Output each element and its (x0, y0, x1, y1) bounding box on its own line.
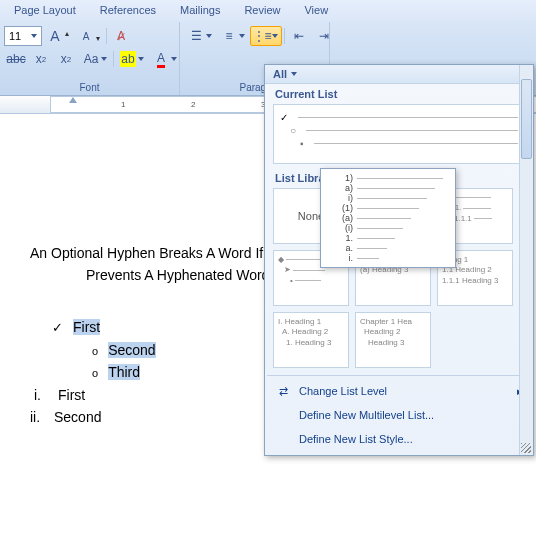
resize-grip-icon[interactable] (521, 443, 531, 453)
font-group-label: Font (4, 81, 175, 93)
tab-mailings[interactable]: Mailings (180, 2, 220, 20)
font-color-button[interactable]: A (149, 49, 181, 69)
tab-page-layout[interactable]: Page Layout (14, 2, 76, 20)
superscript-button[interactable]: x2 (54, 49, 78, 69)
numbering-button[interactable]: ≡ (217, 26, 249, 46)
highlight-button[interactable]: ab (116, 49, 148, 69)
font-size-combo[interactable]: 11 (4, 26, 42, 46)
ribbon-tabs: Page Layout References Mailings Review V… (0, 0, 536, 22)
dropdown-scrollbar[interactable] (519, 65, 533, 455)
bullets-button[interactable]: ☰ (184, 26, 216, 46)
gallery-item-7[interactable]: I. Heading 1A. Heading 21. Heading 3 (273, 312, 349, 368)
dropdown-filter-all[interactable]: All (265, 65, 533, 84)
decrease-indent-button[interactable]: ⇤ (287, 26, 311, 46)
current-list-preview[interactable] (273, 104, 525, 164)
tab-references[interactable]: References (100, 2, 156, 20)
strike-button[interactable]: abc (4, 49, 28, 69)
list-style-tooltip: 1) a) i) (1) (a) (i) 1. a. i. (320, 168, 456, 268)
change-list-level-item[interactable]: ⇄Change List Level▸ (265, 379, 533, 403)
tab-review[interactable]: Review (244, 2, 280, 20)
font-group: 11 A▴ A▾ A̷ abc x2 x2 Aa ab A Font (0, 22, 180, 95)
change-case-button[interactable]: Aa (79, 49, 111, 69)
tab-view[interactable]: View (304, 2, 328, 20)
multilevel-list-button[interactable]: ⋮≡ (250, 26, 282, 46)
clear-format-button[interactable]: A̷ (109, 26, 133, 46)
shrink-font-button[interactable]: A▾ (74, 26, 104, 46)
current-list-label: Current List (265, 84, 533, 100)
define-list-style-item[interactable]: Define New List Style... (265, 427, 533, 451)
gallery-item-8[interactable]: Chapter 1 HeaHeading 2Heading 3 (355, 312, 431, 368)
increase-indent-button[interactable]: ⇥ (312, 26, 336, 46)
indent-icon: ⇄ (275, 383, 291, 399)
subscript-button[interactable]: x2 (29, 49, 53, 69)
grow-font-button[interactable]: A▴ (43, 26, 73, 46)
define-multilevel-item[interactable]: Define New Multilevel List... (265, 403, 533, 427)
